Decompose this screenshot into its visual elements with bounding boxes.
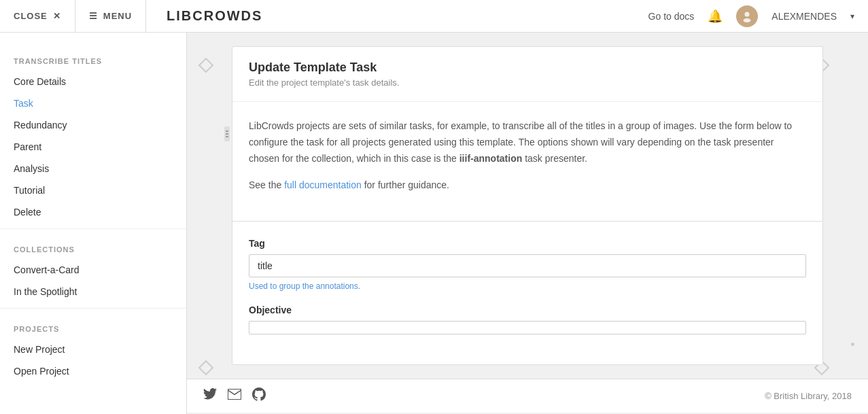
sidebar: TRANSCRIBE TITLES Core Details Task Redu… (0, 33, 187, 414)
svg-point-1 (745, 12, 750, 16)
objective-form-group: Objective (249, 305, 806, 334)
content-area: Update Template Task Edit the project te… (187, 33, 868, 414)
sidebar-item-delete[interactable]: Delete (0, 201, 186, 223)
sidebar-divider-1 (0, 228, 186, 229)
github-icon[interactable] (252, 387, 266, 404)
user-menu-chevron-icon[interactable]: ▾ (850, 12, 854, 21)
drag-handle[interactable] (224, 126, 230, 141)
sidebar-item-parent[interactable]: Parent (0, 136, 186, 158)
sidebar-divider-2 (0, 308, 186, 309)
close-label: CLOSE (14, 11, 48, 21)
footer-social-icons (203, 387, 266, 404)
sidebar-item-open-project[interactable]: Open Project (0, 360, 186, 382)
card-title: Update Template Task (249, 61, 806, 75)
username-label[interactable]: ALEXMENDES (771, 11, 837, 22)
sidebar-section-projects: PROJECTS (0, 314, 186, 339)
tag-help-text: Used to group the annotations. (249, 281, 806, 291)
tag-label: Tag (249, 238, 806, 249)
sidebar-section-collections: COLLECTIONS (0, 235, 186, 259)
sidebar-item-redundancy[interactable]: Redundancy (0, 114, 186, 136)
card-header: Update Template Task Edit the project te… (232, 47, 822, 102)
menu-button[interactable]: ☰ MENU (75, 0, 146, 32)
hamburger-icon: ☰ (89, 11, 98, 21)
sidebar-item-new-project[interactable]: New Project (0, 339, 186, 360)
menu-label: MENU (103, 11, 132, 21)
twitter-icon[interactable] (203, 388, 217, 404)
tag-input[interactable] (249, 254, 806, 277)
sidebar-item-task[interactable]: Task (0, 92, 186, 114)
site-logo: LIBCROWDS (146, 8, 635, 24)
card-body: LibCrowds projects are sets of similar t… (232, 102, 822, 221)
header-right: Go to docs 🔔 ALEXMENDES ▾ (635, 5, 868, 27)
go-to-docs-link[interactable]: Go to docs (648, 11, 695, 22)
card-description: LibCrowds projects are sets of similar t… (249, 118, 806, 167)
sidebar-item-analysis[interactable]: Analysis (0, 158, 186, 179)
sidebar-item-convert-a-card[interactable]: Convert-a-Card (0, 259, 186, 281)
objective-label: Objective (249, 305, 806, 315)
copyright-text: © British Library, 2018 (765, 391, 852, 401)
close-button[interactable]: CLOSE ✕ (0, 0, 75, 32)
main-layout: TRANSCRIBE TITLES Core Details Task Redu… (0, 33, 868, 414)
avatar (736, 5, 758, 27)
close-icon: ✕ (53, 11, 61, 21)
sidebar-item-core-details[interactable]: Core Details (0, 71, 186, 92)
card-doc-line: See the full documentation for further g… (249, 177, 806, 194)
objective-input-partial[interactable] (249, 321, 806, 334)
sidebar-item-tutorial[interactable]: Tutorial (0, 179, 186, 201)
full-documentation-link[interactable]: full documentation (284, 179, 362, 190)
sidebar-section-transcribe: TRANSCRIBE TITLES (0, 46, 186, 71)
header: CLOSE ✕ ☰ MENU LIBCROWDS Go to docs 🔔 AL… (0, 0, 868, 33)
svg-point-2 (744, 18, 751, 22)
notifications-bell-icon[interactable]: 🔔 (708, 9, 723, 24)
task-info-card: Update Template Task Edit the project te… (232, 46, 823, 222)
footer: © British Library, 2018 (187, 379, 868, 413)
form-section: Tag Used to group the annotations. Objec… (232, 221, 823, 365)
tag-form-group: Tag Used to group the annotations. (249, 238, 806, 291)
card-subtitle: Edit the project template's task details… (249, 77, 806, 88)
sidebar-item-in-the-spotlight[interactable]: In the Spotlight (0, 281, 186, 303)
email-icon[interactable] (228, 389, 241, 403)
